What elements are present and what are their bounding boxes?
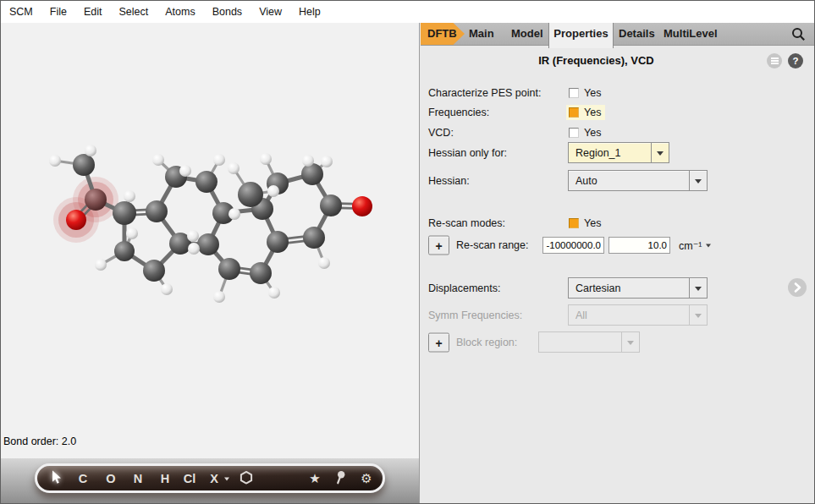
ring-tool-icon[interactable] [240,470,253,486]
checkbox-box[interactable] [569,218,579,228]
field-symm-frequencies: Symm Frequencies: All [421,304,814,326]
field-label: Frequencies: [428,107,489,118]
field-label: Hessian: [428,175,470,187]
molecule-viewer: Bond order: 2.0 C O N H Cl X [1,23,420,503]
field-block-region: + Block region: [421,331,814,353]
molecule-viewport[interactable] [1,23,419,460]
field-hessian-only-for: Hessian only for: Region_1 [421,142,814,163]
element-x-caret-icon[interactable] [224,478,229,484]
block-region-dropdown [538,331,640,353]
field-vcd: VCD: Yes [421,125,814,140]
tab-dftb[interactable]: DFTB [421,23,465,45]
checkbox-label: Yes [584,107,601,118]
unit-label: cm⁻¹ [679,239,702,252]
star-tool-icon[interactable]: ★ [309,472,320,485]
field-label: Displacements: [428,282,500,294]
field-rescan-range: + Re-scan range: cm⁻¹ [421,235,814,255]
rescan-range-min-input[interactable] [542,237,604,254]
field-label: Characterize PES point: [428,87,541,99]
add-block-region-button[interactable]: + [428,333,449,353]
unit-selector[interactable]: cm⁻¹ [679,239,711,252]
menu-bonds[interactable]: Bonds [212,6,242,18]
chevron-down-icon[interactable] [689,278,707,298]
panel-menu-icon[interactable] [767,53,782,68]
add-rescan-range-button[interactable]: + [428,236,449,255]
checkbox-box[interactable] [569,88,579,98]
checkbox-box[interactable] [569,107,579,118]
frequencies-checkbox[interactable]: Yes [566,105,605,120]
dropdown-value: Auto [569,175,689,187]
field-label: Block region: [456,337,517,348]
app-window: SCM File Edit Select Atoms Bonds View He… [0,0,815,504]
tab-properties[interactable]: Properties [548,23,614,48]
toolbar-dock: C O N H Cl X ★ ⚙ [1,458,419,503]
settings-panel: DFTB Main Model Properties Details Multi… [421,23,814,503]
field-hessian: Hessian: Auto [421,170,814,191]
gear-tool-icon[interactable]: ⚙ [361,472,372,485]
field-label: Symm Frequencies: [428,310,522,321]
dropdown-value: Region_1 [569,147,651,159]
tab-bar: DFTB Main Model Properties Details Multi… [421,23,814,46]
field-frequencies: Frequencies: Yes [421,105,814,120]
field-displacements: Displacements: Cartesian [421,277,814,299]
element-cl-button[interactable]: Cl [184,472,196,485]
vcd-checkbox[interactable]: Yes [566,125,605,140]
menu-file[interactable]: File [50,6,67,18]
hessian-dropdown[interactable]: Auto [568,170,708,191]
hessian-only-for-dropdown[interactable]: Region_1 [568,142,669,163]
search-icon[interactable] [791,27,806,41]
checkbox-label: Yes [584,127,601,139]
menu-bar: SCM File Edit Select Atoms Bonds View He… [1,1,814,23]
help-icon[interactable]: ? [788,53,803,68]
element-toolbar: C O N H Cl X ★ ⚙ [35,463,385,493]
pin-tool-icon[interactable] [334,470,346,487]
menu-view[interactable]: View [259,6,282,18]
dropdown-value: All [569,310,689,321]
menu-atoms[interactable]: Atoms [165,6,195,18]
element-c-button[interactable]: C [79,472,87,485]
element-n-button[interactable]: N [134,472,142,485]
menu-scm[interactable]: SCM [9,6,33,18]
field-rescan-modes: Re-scan modes: Yes [421,216,814,231]
tab-details[interactable]: Details [619,23,655,45]
field-label: Re-scan range: [456,239,528,251]
next-panel-button[interactable] [788,278,807,297]
chevron-down-icon [689,305,707,325]
chevron-down-icon[interactable] [689,171,707,190]
tab-model[interactable]: Model [511,23,543,45]
dropdown-value: Cartesian [569,282,689,294]
tab-multilevel[interactable]: MultiLevel [664,23,718,45]
field-label: Hessian only for: [428,147,507,159]
status-bond-order: Bond order: 2.0 [3,436,76,447]
field-characterize-pes-point: Characterize PES point: Yes [421,85,814,101]
pointer-tool-icon[interactable] [51,470,63,487]
rescan-modes-checkbox[interactable]: Yes [566,216,605,231]
tab-main[interactable]: Main [469,23,494,45]
page-title: IR (Frequencies), VCD [421,54,772,67]
characterize-pes-checkbox[interactable]: Yes [566,85,605,101]
menu-edit[interactable]: Edit [84,6,102,18]
field-label: VCD: [428,127,454,139]
checkbox-label: Yes [584,87,601,99]
chevron-down-icon[interactable] [651,143,669,162]
panel-content: IR (Frequencies), VCD ? Characterize PES… [421,45,814,503]
menu-select[interactable]: Select [118,6,148,18]
menu-help[interactable]: Help [299,6,321,18]
rescan-range-max-input[interactable] [608,237,670,254]
checkbox-label: Yes [584,217,601,229]
displacements-dropdown[interactable]: Cartesian [568,277,708,299]
element-x-button[interactable]: X [210,472,218,485]
element-h-button[interactable]: H [161,472,169,485]
chevron-down-icon [621,332,639,352]
checkbox-box[interactable] [569,128,579,138]
unit-caret-icon [706,244,711,250]
element-o-button[interactable]: O [106,472,115,485]
field-label: Re-scan modes: [428,217,505,229]
symm-frequencies-dropdown: All [568,304,708,326]
